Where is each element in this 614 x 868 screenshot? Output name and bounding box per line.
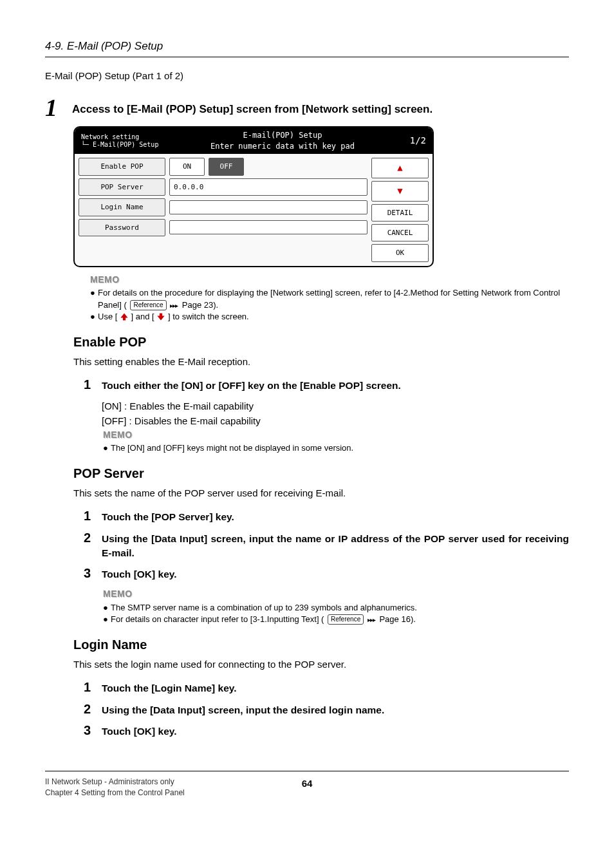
label-password[interactable]: Password — [79, 219, 165, 236]
footer-left: II Network Setup - Administrators only C… — [45, 777, 281, 798]
section-pop-server: POP Server This sets the name of the POP… — [45, 464, 569, 625]
enable-pop-step-1: 1 Touch either the [ON] or [OFF] key on … — [84, 377, 569, 393]
memo-label: MEMO — [103, 588, 569, 601]
row-enable-pop: Enable POP ON OFF — [79, 158, 367, 175]
page-footer: II Network Setup - Administrators only C… — [45, 771, 569, 798]
label-pop-server[interactable]: POP Server — [79, 178, 165, 196]
memo1-item1-a: For details on the procedure for display… — [98, 288, 560, 309]
row-login-name: Login Name — [79, 198, 367, 216]
cancel-button[interactable]: CANCEL — [371, 224, 429, 241]
memo1-item1-b: Page 23). — [182, 300, 218, 310]
enable-pop-memo-item: ● The [ON] and [OFF] keys might not be d… — [103, 442, 569, 454]
step-number: 3 — [84, 723, 102, 737]
breadcrumb-2: └─ E-Mail(POP) Setup — [81, 141, 178, 149]
option-on: [ON] : Enables the E-mail capability — [102, 399, 569, 413]
step-title: Using the [Data Input] screen, input the… — [102, 532, 569, 560]
field-login-name[interactable] — [169, 200, 367, 214]
pop-server-memo-item1: ● The SMTP server name is a combination … — [103, 602, 569, 614]
section-enable-pop: Enable POP This setting enables the E-Ma… — [45, 333, 569, 454]
step-title: Touch the [POP Server] key. — [102, 510, 569, 524]
on-button[interactable]: ON — [169, 158, 205, 175]
svg-marker-1 — [158, 314, 165, 321]
label-enable-pop[interactable]: Enable POP — [79, 158, 165, 175]
screenshot-header: Network setting └─ E-Mail(POP) Setup E-m… — [75, 127, 433, 155]
bullet-icon: ● — [103, 442, 111, 454]
scroll-up-button[interactable]: ▲ — [371, 158, 429, 178]
desc-login-name: This sets the login name used for connec… — [73, 657, 569, 671]
screenshot-title-block: E-mail(POP) Setup Enter numeric data wit… — [178, 130, 387, 152]
screenshot-page: 1/2 — [387, 135, 426, 147]
memo-block-enable-pop: MEMO ● The [ON] and [OFF] keys might not… — [103, 429, 569, 455]
step-number: 1 — [84, 509, 102, 523]
screenshot-title: E-mail(POP) Setup — [178, 130, 387, 141]
reference-badge: Reference — [130, 300, 166, 310]
memo1-item2-text: Use [ ] and [ ] to switch the screen. — [98, 311, 569, 323]
step-title: Touch either the [ON] or [OFF] key on th… — [102, 379, 569, 393]
memo-label: MEMO — [90, 274, 569, 287]
device-screenshot: Network setting └─ E-Mail(POP) Setup E-m… — [73, 126, 434, 267]
pop-server-step-1: 1 Touch the [POP Server] key. — [84, 509, 569, 524]
bullet-icon: ● — [90, 287, 98, 299]
memo-label: MEMO — [103, 429, 569, 442]
part-label: E-Mail (POP) Setup (Part 1 of 2) — [45, 69, 569, 82]
enable-pop-options: [ON] : Enables the E-mail capability [OF… — [102, 399, 569, 428]
scroll-down-button[interactable]: ▼ — [371, 181, 429, 202]
row-password: Password — [79, 219, 367, 236]
label-login-name[interactable]: Login Name — [79, 198, 165, 216]
pop-server-memo2-text: For details on character input refer to … — [111, 614, 569, 625]
svg-marker-0 — [120, 314, 127, 321]
bullet-icon: ● — [103, 614, 111, 625]
main-step-1: 1 Access to [E-Mail (POP) Setup] screen … — [45, 95, 569, 120]
main-step-title: Access to [E-Mail (POP) Setup] screen fr… — [72, 95, 433, 117]
memo1-item2: ● Use [ ] and [ ] to switch the screen. — [90, 311, 569, 323]
dots-icon: ▸▸▸ — [170, 302, 178, 309]
footer-page-number: 64 — [281, 777, 333, 790]
step-number: 2 — [84, 531, 102, 545]
field-pop-server[interactable]: 0.0.0.0 — [169, 178, 367, 196]
breadcrumb-1: Network setting — [81, 133, 178, 141]
arrow-up-icon — [120, 312, 129, 321]
arrow-down-icon — [156, 312, 165, 321]
memo-block-pop-server: MEMO ● The SMTP server name is a combina… — [103, 588, 569, 625]
step-number: 2 — [84, 702, 102, 716]
pop-server-memo2-a: For details on character input refer to … — [111, 614, 324, 624]
bullet-icon: ● — [103, 602, 111, 614]
step-number: 1 — [84, 377, 102, 392]
pop-server-step-3: 3 Touch [OK] key. — [84, 566, 569, 581]
step-title: Touch [OK] key. — [102, 724, 569, 739]
reference-badge: Reference — [328, 614, 364, 625]
field-password[interactable] — [169, 220, 367, 234]
login-name-step-2: 2 Using the [Data Input] screen, input t… — [84, 702, 569, 717]
ok-button[interactable]: OK — [371, 244, 429, 261]
pop-server-memo2-b: Page 16). — [379, 614, 415, 624]
section-title: 4-9. E-Mail (POP) Setup — [45, 39, 569, 57]
row-pop-server: POP Server 0.0.0.0 — [79, 178, 367, 196]
screenshot-side-buttons: ▲ ▼ DETAIL CANCEL OK — [367, 158, 429, 261]
step-number: 3 — [84, 566, 102, 580]
step-title: Touch the [Login Name] key. — [102, 681, 569, 695]
memo-block-1: MEMO ● For details on the procedure for … — [90, 274, 569, 323]
pop-server-memo-item2: ● For details on character input refer t… — [103, 614, 569, 625]
memo1-item1-text: For details on the procedure for display… — [98, 287, 569, 310]
section-login-name: Login Name This sets the login name used… — [45, 636, 569, 739]
off-button[interactable]: OFF — [209, 158, 244, 175]
step-number: 1 — [84, 680, 102, 694]
main-step-number: 1 — [45, 95, 72, 120]
desc-enable-pop: This setting enables the E-Mail receptio… — [73, 355, 569, 368]
login-name-step-3: 3 Touch [OK] key. — [84, 723, 569, 739]
heading-enable-pop: Enable POP — [73, 333, 569, 351]
footer-line2: Chapter 4 Setting from the Control Panel — [45, 788, 281, 798]
heading-login-name: Login Name — [73, 636, 569, 654]
memo1-item2-a: Use [ — [98, 312, 117, 321]
login-name-step-1: 1 Touch the [Login Name] key. — [84, 680, 569, 695]
arrow-up-icon: ▲ — [397, 162, 402, 175]
bullet-icon: ● — [90, 311, 98, 323]
memo1-item2-c: ] to switch the screen. — [168, 312, 249, 321]
screenshot-fields: Enable POP ON OFF POP Server 0.0.0.0 Log… — [79, 158, 367, 261]
detail-button[interactable]: DETAIL — [371, 204, 429, 222]
screenshot-body: Enable POP ON OFF POP Server 0.0.0.0 Log… — [75, 154, 433, 265]
desc-pop-server: This sets the name of the POP server use… — [73, 486, 569, 500]
heading-pop-server: POP Server — [73, 464, 569, 482]
pop-server-memo1-text: The SMTP server name is a combination of… — [111, 602, 569, 614]
screenshot-subtitle: Enter numeric data with key pad — [178, 141, 387, 152]
